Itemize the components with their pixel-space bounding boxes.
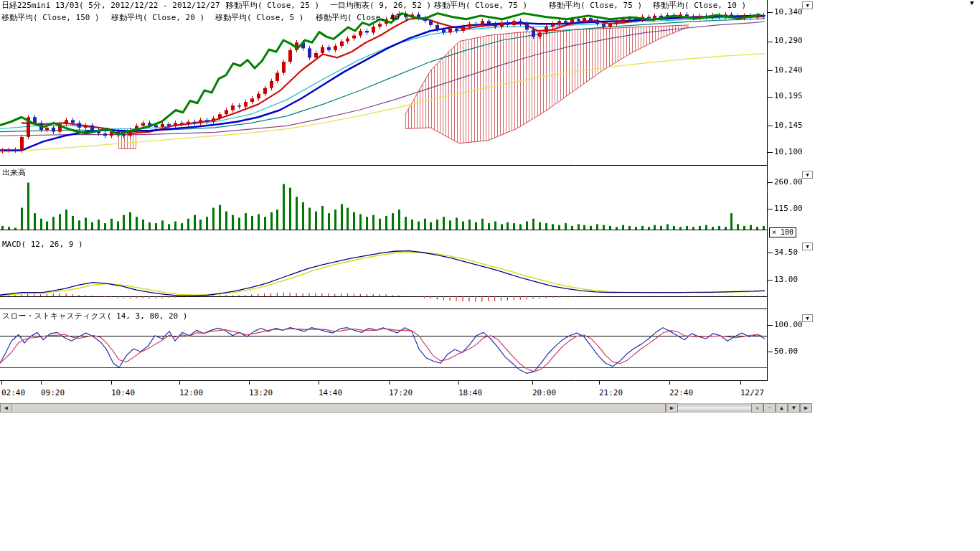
stoch-panel-dropdown-button[interactable]: ▼ bbox=[802, 314, 813, 322]
price-axis-label: 10,340 bbox=[774, 8, 803, 17]
indicator-label-ma150: 移動平均( Close, 150 ) bbox=[1, 14, 100, 22]
indicator-label-ma40: 移動平均( Close, 40 ) bbox=[316, 14, 409, 22]
price-axis-label: 10,290 bbox=[774, 37, 803, 45]
price-axis-label: 10,100 bbox=[774, 148, 803, 156]
indicator-label-ma20: 移動平均( Close, 20 ) bbox=[111, 14, 204, 22]
price-axis-label: 10,240 bbox=[774, 66, 803, 75]
time-axis-label: 18:40 bbox=[458, 389, 482, 397]
indicator-label-ma5: 移動平均( Close, 5 ) bbox=[215, 14, 303, 22]
macd-panel-dropdown-button[interactable]: ▼ bbox=[802, 242, 813, 250]
volume-panel-title: 出来高 bbox=[2, 169, 26, 177]
scroll-end-button[interactable]: ▶ bbox=[800, 403, 812, 413]
time-axis-label: 12/27 bbox=[740, 389, 764, 397]
time-axis-label: 12:00 bbox=[179, 389, 203, 397]
indicator-label-ma75-b: 移動平均( Close, 75 ) bbox=[549, 1, 642, 10]
volume-unit-label: × 100 bbox=[769, 227, 796, 237]
stoch-axis-label: 100.00 bbox=[774, 321, 803, 329]
price-axis-label: 10,195 bbox=[774, 92, 803, 100]
indicator-label-ichimoku: 一目均衡表( 9, 26, 52 ) bbox=[330, 1, 431, 10]
scroll-left-button[interactable]: ◀ bbox=[0, 403, 12, 413]
volume-panel-dropdown-button[interactable]: ▼ bbox=[802, 171, 813, 179]
scale-up-button[interactable]: ▲ bbox=[776, 403, 788, 413]
time-axis-label: 20:00 bbox=[532, 389, 556, 397]
time-axis-label: 02:40 bbox=[1, 389, 25, 397]
zoom-out-button[interactable]: － bbox=[763, 403, 776, 413]
price-chart-canvas[interactable] bbox=[0, 0, 818, 387]
macd-axis-label: 13.00 bbox=[774, 276, 798, 284]
time-axis-label: 13:20 bbox=[249, 389, 273, 397]
scale-down-button[interactable]: ▼ bbox=[788, 403, 800, 413]
macd-panel-title: MACD( 12, 26, 9 ) bbox=[2, 240, 83, 249]
instrument-title: 日経225mini 13/03( 5分, 2012/12/22 - 2012/1… bbox=[1, 1, 230, 10]
stoch-panel-title: スロー・ストキャスティクス( 14, 3, 80, 20 ) bbox=[2, 312, 187, 321]
volume-axis-label: 115.00 bbox=[774, 204, 803, 213]
volume-axis-label: 260.00 bbox=[774, 178, 803, 187]
horizontal-scrollbar[interactable]: ◀ ▶ ＋ － ▲ ▼ ▶ bbox=[0, 403, 812, 413]
macd-axis-label: 34.50 bbox=[774, 248, 798, 257]
price-panel-dropdown-button[interactable]: ▼ bbox=[802, 1, 813, 9]
time-axis-label: 21:20 bbox=[599, 389, 623, 397]
indicator-label-ma25: 移動平均( Close, 25 ) bbox=[226, 1, 319, 10]
time-axis-label: 09:20 bbox=[41, 389, 65, 397]
time-axis-label: 17:20 bbox=[389, 389, 413, 397]
price-axis-label: 10,145 bbox=[774, 121, 803, 130]
zoom-in-button[interactable]: ＋ bbox=[751, 403, 763, 413]
chart-application-window: 日経225mini 13/03( 5分, 2012/12/22 - 2012/1… bbox=[0, 0, 980, 551]
time-axis-label: 22:40 bbox=[669, 389, 693, 397]
stoch-axis-label: 50.00 bbox=[774, 347, 798, 356]
indicator-label-ma75-a: 移動平均( Close, 75 ) bbox=[434, 1, 527, 10]
time-axis-label: 10:40 bbox=[111, 389, 135, 397]
time-axis-label: 14:40 bbox=[319, 389, 342, 397]
scrollbar-thumb[interactable] bbox=[11, 403, 666, 413]
window-corner-dropdown-icon[interactable]: ▼ bbox=[970, 0, 974, 6]
scroll-right-button[interactable]: ▶ bbox=[666, 403, 678, 413]
indicator-label-ma10: 移動平均( Close, 10 ) bbox=[653, 1, 746, 10]
